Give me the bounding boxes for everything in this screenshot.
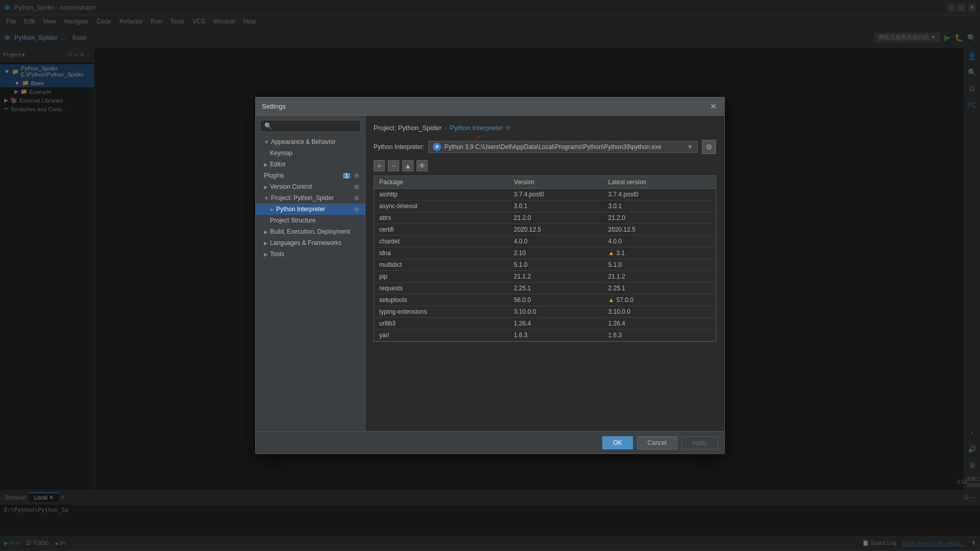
cell-version: 21.2.0 xyxy=(509,212,603,224)
package-table: Package Version Latest version aiohttp3.… xyxy=(374,176,716,341)
upgrade-package-button[interactable]: ▲ xyxy=(402,160,413,171)
nav-tools[interactable]: ▶ Tools xyxy=(256,248,365,260)
nav-appearance[interactable]: ▼ Appearance & Behavior xyxy=(256,136,365,147)
nav-project-structure[interactable]: Project Structure xyxy=(256,215,365,226)
table-row[interactable]: chardet4.0.04.0.0 xyxy=(374,236,716,247)
interpreter-nav-icon: ⊞ xyxy=(354,206,359,213)
cancel-button[interactable]: Cancel xyxy=(637,436,677,449)
dialog-titlebar: Settings ✕ xyxy=(256,97,724,116)
table-row[interactable]: yarl1.6.31.6.3 xyxy=(374,330,716,341)
show-package-details-button[interactable]: 👁 xyxy=(416,160,428,171)
vcs-icon: ⊞ xyxy=(354,184,359,190)
cell-latest: ▲57.0.0 xyxy=(603,294,716,306)
nav-vcs[interactable]: ▶ Version Control ⊞ xyxy=(256,181,365,192)
nav-keymap-label: Keymap xyxy=(270,149,292,157)
table-row[interactable]: urllib31.26.41.26.4 xyxy=(374,318,716,330)
settings-search-container xyxy=(256,116,365,136)
apply-button[interactable]: Apply xyxy=(681,436,718,449)
cell-package: urllib3 xyxy=(374,318,509,330)
nav-project[interactable]: ▼ Project: Python_Spider ⊞ xyxy=(256,192,365,204)
table-row[interactable]: attrs21.2.021.2.0 xyxy=(374,212,716,224)
breadcrumb-icon: ⊞ xyxy=(506,124,510,131)
nav-build-label: Build, Execution, Deployment xyxy=(270,228,350,235)
cell-package: async-timeout xyxy=(374,201,509,212)
table-row[interactable]: aiohttp3.7.4.post03.7.4.post0 xyxy=(374,189,716,201)
nav-build[interactable]: ▶ Build, Execution, Deployment xyxy=(256,226,365,237)
nav-interpreter-label: Python Interpreter xyxy=(276,206,325,213)
cell-latest: ▲3.1 xyxy=(603,247,716,259)
cell-latest: 2.25.1 xyxy=(603,283,716,294)
cell-latest: 21.1.2 xyxy=(603,271,716,283)
dialog-title: Settings xyxy=(262,103,708,110)
upgrade-arrow-icon: ▲ xyxy=(608,296,615,304)
upgrade-arrow-icon: ▲ xyxy=(608,249,615,257)
interpreter-row: Python Interpreter: P Python 3.9 C:\User… xyxy=(374,140,716,154)
settings-overlay: Settings ✕ ▼ Appearance & Behavior Keyma… xyxy=(0,0,980,551)
cell-version: 1.26.4 xyxy=(509,318,603,330)
nav-plugins[interactable]: Plugins 1 ⊞ xyxy=(256,170,365,181)
select-dropdown-icon: ▼ xyxy=(687,143,693,151)
cell-package: yarl xyxy=(374,330,509,341)
dialog-close-button[interactable]: ✕ xyxy=(708,102,718,112)
vcs-expand-icon: ▶ xyxy=(264,184,268,190)
cell-latest: 1.26.4 xyxy=(603,318,716,330)
nav-structure-label: Project Structure xyxy=(270,217,315,224)
interpreter-gear-button[interactable]: ⚙ xyxy=(702,140,716,154)
python-icon: P xyxy=(433,143,441,151)
breadcrumb: Project: Python_Spider › Python Interpre… xyxy=(374,124,716,132)
cell-package: setuptools xyxy=(374,294,509,306)
breadcrumb-sep: › xyxy=(445,124,447,132)
tools-expand-icon: ▶ xyxy=(264,252,268,257)
cell-version: 56.0.0 xyxy=(509,294,603,306)
breadcrumb-project: Project: Python_Spider xyxy=(374,124,442,132)
cell-package: aiohttp xyxy=(374,189,509,201)
cell-package: chardet xyxy=(374,236,509,247)
col-package: Package xyxy=(374,176,509,189)
interpreter-value: Python 3.9 C:\Users\Dell\AppData\Local\P… xyxy=(444,143,662,151)
plugins-icon: ⊞ xyxy=(354,172,359,179)
table-row[interactable]: pip21.1.221.1.2 xyxy=(374,271,716,283)
interpreter-status-icon: ● xyxy=(270,207,273,212)
table-row[interactable]: typing-extensions3.10.0.03.10.0.0 xyxy=(374,306,716,318)
interpreter-select[interactable]: P Python 3.9 C:\Users\Dell\AppData\Local… xyxy=(428,141,698,153)
cell-package: requests xyxy=(374,283,509,294)
nav-plugins-label: Plugins xyxy=(264,172,284,179)
cell-version: 3.7.4.post0 xyxy=(509,189,603,201)
cell-latest: 3.7.4.post0 xyxy=(603,189,716,201)
col-version: Version xyxy=(509,176,603,189)
package-table-container: Package Version Latest version aiohttp3.… xyxy=(374,176,716,342)
cell-version: 2.25.1 xyxy=(509,283,603,294)
cell-package: multidict xyxy=(374,259,509,271)
languages-expand-icon: ▶ xyxy=(264,240,268,246)
nav-languages[interactable]: ▶ Languages & Frameworks xyxy=(256,237,365,248)
nav-vcs-label: Version Control xyxy=(270,183,312,190)
cell-latest: 5.1.0 xyxy=(603,259,716,271)
nav-appearance-label: Appearance & Behavior xyxy=(271,138,336,145)
col-latest: Latest version xyxy=(603,176,716,189)
gear-settings-icon: ⚙ xyxy=(706,143,713,151)
nav-languages-label: Languages & Frameworks xyxy=(270,239,341,246)
nav-editor-label: Editor xyxy=(270,161,286,168)
project-expand-icon: ▼ xyxy=(264,195,269,201)
ok-button[interactable]: OK xyxy=(602,436,632,449)
project-nav-icon: ⊞ xyxy=(354,195,359,202)
cell-version: 21.1.2 xyxy=(509,271,603,283)
table-row[interactable]: requests2.25.12.25.1 xyxy=(374,283,716,294)
table-row[interactable]: certifi2020.12.52020.12.5 xyxy=(374,224,716,236)
cell-version: 2020.12.5 xyxy=(509,224,603,236)
table-row[interactable]: setuptools56.0.0▲57.0.0 xyxy=(374,294,716,306)
settings-search-input[interactable] xyxy=(260,120,361,132)
remove-package-button[interactable]: − xyxy=(388,160,399,171)
table-row[interactable]: multidict5.1.05.1.0 xyxy=(374,259,716,271)
table-row[interactable]: async-timeout3.0.13.0.1 xyxy=(374,201,716,212)
nav-keymap[interactable]: Keymap xyxy=(256,147,365,159)
nav-editor[interactable]: ▶ Editor xyxy=(256,159,365,170)
settings-nav: ▼ Appearance & Behavior Keymap ▶ Editor … xyxy=(256,116,365,431)
editor-expand-icon: ▶ xyxy=(264,162,268,167)
cell-package: certifi xyxy=(374,224,509,236)
cell-latest: 1.6.3 xyxy=(603,330,716,341)
interpreter-label: Python Interpreter: xyxy=(374,143,424,151)
nav-python-interpreter[interactable]: ● Python Interpreter ⊞ xyxy=(256,204,365,215)
table-row[interactable]: idna2.10▲3.1 xyxy=(374,247,716,259)
add-package-button[interactable]: + xyxy=(374,160,385,171)
